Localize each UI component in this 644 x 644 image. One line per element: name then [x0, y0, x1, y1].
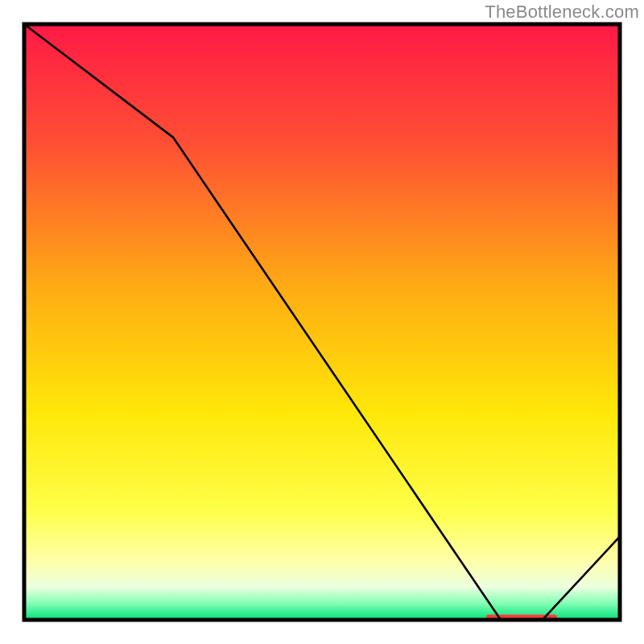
- attribution-text: TheBottleneck.com: [485, 2, 639, 23]
- chart-svg: [0, 0, 644, 644]
- chart-container: TheBottleneck.com: [0, 0, 644, 644]
- plot-background: [24, 24, 620, 620]
